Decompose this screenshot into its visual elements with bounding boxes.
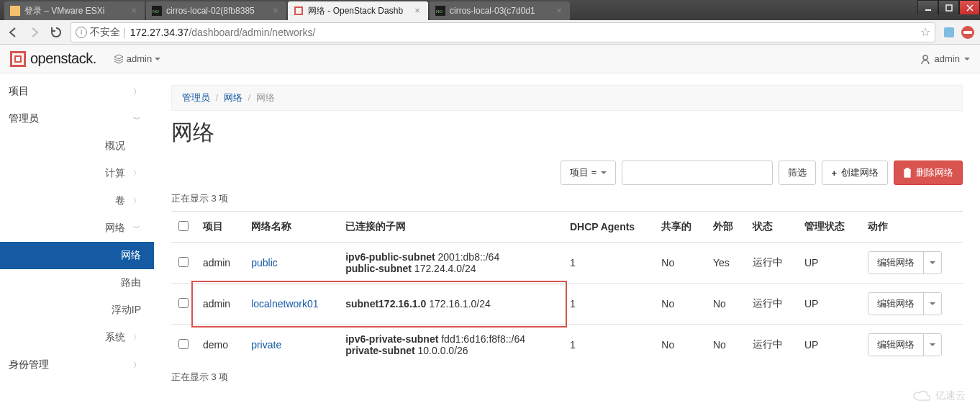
user-icon: [920, 54, 930, 64]
sidebar-item-compute[interactable]: 计算 〉: [0, 160, 154, 187]
col-subnets[interactable]: 已连接的子网: [338, 212, 563, 243]
sidebar-item-system[interactable]: 系统 〉: [0, 324, 154, 351]
edit-network-button[interactable]: 编辑网络: [868, 334, 924, 356]
filter-input[interactable]: [622, 161, 773, 185]
bookmark-star-icon[interactable]: ☆: [920, 25, 930, 39]
cell-status: 运行中: [745, 325, 797, 366]
browser-tab[interactable]: NOcirros-local-03(c7d0d1×: [430, 1, 570, 20]
create-network-button[interactable]: + 创建网络: [822, 161, 888, 185]
browser-tab[interactable]: NOcirros-local-02(8fb8385×: [146, 1, 286, 20]
cell-dhcp: 1: [563, 284, 654, 325]
browser-chrome: 登录 – VMware ESXi×NOcirros-local-02(8fb83…: [0, 0, 980, 45]
filter-button[interactable]: 筛选: [779, 161, 816, 185]
chevron-right-icon: 〉: [133, 360, 141, 371]
openstack-logo[interactable]: openstack.: [10, 50, 96, 67]
tab-close-icon[interactable]: ×: [554, 6, 564, 16]
col-name[interactable]: 网络名称: [244, 212, 338, 243]
caret-down-icon: [930, 343, 935, 346]
row-checkbox[interactable]: [178, 298, 189, 308]
sidebar-item-identity[interactable]: 身份管理 〉: [0, 351, 154, 379]
tab-close-icon[interactable]: ×: [412, 6, 422, 16]
sidebar-item-networks[interactable]: 网络: [0, 242, 154, 269]
network-name-link[interactable]: public: [251, 257, 278, 268]
forward-button[interactable]: [27, 25, 42, 40]
main-panel: 管理员 / 网络 / 网络 网络 项目 = 筛选 + 创建网络 删除网络: [154, 73, 980, 404]
row-checkbox[interactable]: [178, 257, 189, 267]
url-input[interactable]: i 不安全 | 172.27.34.37/dashboard/admin/net…: [71, 22, 935, 42]
browser-tab[interactable]: 登录 – VMware ESXi×: [4, 1, 145, 20]
cell-subnets: ipv6-public-subnet 2001:db8::/64public-s…: [338, 243, 563, 284]
svg-point-9: [923, 55, 927, 60]
sidebar-item-network[interactable]: 网络 ﹀: [0, 214, 154, 242]
sidebar-item-floating-ips[interactable]: 浮动IP: [0, 297, 154, 324]
filter-field-dropdown[interactable]: 项目 =: [561, 161, 616, 185]
brand-text: openstack.: [30, 50, 96, 67]
cell-admin-state: UP: [797, 325, 861, 366]
adblock-icon[interactable]: [961, 26, 974, 39]
row-action-dropdown[interactable]: [924, 293, 941, 315]
edit-network-button[interactable]: 编辑网络: [868, 252, 924, 274]
row-action-split-button: 编辑网络: [868, 292, 942, 315]
svg-rect-8: [944, 27, 954, 37]
sidebar-item-routers[interactable]: 路由: [0, 269, 154, 297]
table-row: demoprivateipv6-private-subnet fdd1:6d16…: [171, 325, 963, 366]
insecure-label: 不安全: [90, 26, 120, 39]
network-name-link[interactable]: private: [251, 339, 281, 351]
openstack-topbar: openstack. admin admin: [0, 45, 980, 73]
sidebar-item-project[interactable]: 项目 〉: [0, 78, 154, 105]
sidebar: 项目 〉 管理员 ﹀ 概况 〉 计算 〉 卷 〉 网络 ﹀ 网络 路由: [0, 73, 154, 404]
cell-actions: 编辑网络: [861, 325, 963, 366]
user-dropdown[interactable]: admin: [920, 53, 970, 64]
url-text: 172.27.34.37/dashboard/admin/networks/: [130, 27, 316, 38]
breadcrumb-link[interactable]: 网络: [224, 92, 242, 103]
col-external[interactable]: 外部: [706, 212, 745, 243]
breadcrumb-link[interactable]: 管理员: [182, 92, 210, 103]
subnet-entry: public-subnet 172.24.4.0/24: [345, 263, 555, 274]
col-dhcp[interactable]: DHCP Agents: [563, 212, 654, 243]
cell-external: No: [706, 284, 745, 325]
item-count-top: 正在显示 3 项: [171, 192, 963, 205]
sidebar-item-volumes[interactable]: 卷 〉: [0, 187, 154, 214]
cell-shared: No: [654, 284, 706, 325]
edit-network-button[interactable]: 编辑网络: [868, 293, 924, 315]
row-action-dropdown[interactable]: [924, 334, 941, 356]
close-window-button[interactable]: [959, 0, 980, 14]
cell-project: admin: [196, 284, 244, 325]
browser-tab[interactable]: 网络 - OpenStack Dashb×: [288, 1, 428, 20]
openstack-logo-icon: [10, 51, 26, 67]
sidebar-item-admin[interactable]: 管理员 ﹀: [0, 105, 154, 132]
project-dropdown[interactable]: admin: [114, 53, 160, 64]
row-action-dropdown[interactable]: [924, 252, 941, 274]
network-name-link[interactable]: localnetwork01: [251, 298, 318, 310]
cell-actions: 编辑网络: [861, 284, 963, 325]
row-action-split-button: 编辑网络: [868, 333, 942, 356]
tab-favicon-icon: [294, 6, 304, 16]
table-row: adminlocalnetwork01subnet172.16.1.0 172.…: [171, 284, 963, 325]
maximize-button[interactable]: [938, 0, 959, 14]
tab-close-icon[interactable]: ×: [129, 6, 139, 16]
chevron-right-icon: 〉: [132, 333, 141, 343]
info-icon: i: [76, 27, 87, 38]
cell-project: demo: [196, 325, 244, 366]
cell-shared: No: [654, 243, 706, 284]
delete-network-button[interactable]: 删除网络: [894, 161, 963, 185]
col-actions: 动作: [861, 212, 963, 243]
minimize-button[interactable]: [917, 0, 938, 14]
extension-icon[interactable]: [943, 26, 956, 39]
insecure-indicator: i 不安全 |: [76, 26, 126, 39]
col-project[interactable]: 项目: [196, 212, 244, 243]
chevron-right-icon: 〉: [132, 168, 141, 179]
reload-button[interactable]: [49, 25, 63, 40]
browser-tabstrip: 登录 – VMware ESXi×NOcirros-local-02(8fb83…: [0, 0, 980, 20]
col-admin-state[interactable]: 管理状态: [797, 212, 861, 243]
tab-close-icon[interactable]: ×: [271, 6, 281, 16]
cell-project: admin: [196, 243, 244, 284]
col-shared[interactable]: 共享的: [654, 212, 706, 243]
select-all-checkbox[interactable]: [178, 221, 189, 231]
browser-address-bar: i 不安全 | 172.27.34.37/dashboard/admin/net…: [0, 20, 980, 45]
col-status[interactable]: 状态: [745, 212, 797, 243]
back-button[interactable]: [6, 25, 20, 40]
row-action-split-button: 编辑网络: [868, 251, 942, 274]
sidebar-item-overview[interactable]: 概况 〉: [0, 132, 154, 160]
row-checkbox[interactable]: [178, 339, 189, 349]
